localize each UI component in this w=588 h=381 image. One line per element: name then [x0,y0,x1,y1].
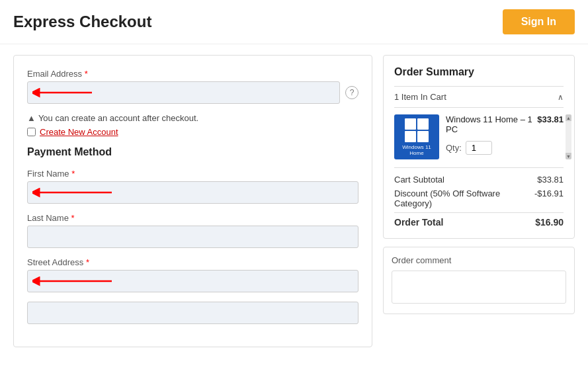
last-name-required-star: * [71,213,75,223]
scroll-down-arrow[interactable]: ▼ [566,153,571,159]
first-name-required-star: * [71,169,75,179]
address2-input[interactable] [27,302,358,324]
left-panel: Email Address * ? [13,55,372,347]
payment-method-title: Payment Method [27,146,358,158]
first-name-input-wrapper [27,181,358,204]
order-comment-label: Order comment [392,255,566,265]
product-price: $33.81 [537,114,564,124]
main-layout: Email Address * ? [0,44,588,358]
street-address-form-group: Street Address * [27,257,358,292]
cart-header: 1 Item In Cart ∧ [394,86,564,108]
create-account-row: Create New Account [27,127,358,137]
email-help-icon[interactable]: ? [345,86,358,99]
page-title: Express Checkout [13,13,151,31]
street-address-input[interactable] [27,270,358,292]
create-account-link[interactable]: Create New Account [40,127,118,137]
street-address-input-wrapper [27,270,358,292]
page-header: Express Checkout Sign In [0,0,588,44]
cart-item-info: Windows 11 Home – 1 PC $33.81 Qty: [446,114,564,159]
email-input[interactable] [27,81,340,104]
product-name: Windows 11 Home – 1 PC [446,114,537,134]
cart-count: 1 Item In Cart [394,92,446,102]
street-required-star: * [86,257,89,267]
first-name-label: First Name * [27,169,358,179]
total-divider [394,212,564,213]
order-total-value: $16.90 [535,217,564,228]
right-panel: Order Summary 1 Item In Cart ∧ Windows 1… [383,55,575,314]
email-input-row: ? [27,81,358,104]
chevron-up-icon[interactable]: ∧ [558,93,564,102]
cart-qty-row: Qty: [446,141,564,155]
cart-items-area: Windows 11Home Windows 11 Home – 1 PC $3… [394,114,564,159]
address2-form-group [27,302,358,324]
subtotal-value: $33.81 [537,175,564,185]
last-name-input[interactable] [27,226,358,248]
order-total-label: Order Total [394,217,443,228]
subtotal-row: Cart Subtotal $33.81 [394,175,564,185]
scroll-track [566,121,571,153]
product-image: Windows 11Home [394,114,439,159]
email-input-wrapper [27,81,340,104]
account-note: ▲ You can create an account after checko… [27,113,358,123]
order-comment-box: Order comment [383,247,575,314]
order-comment-textarea[interactable] [392,271,566,304]
subtotal-label: Cart Subtotal [394,175,444,185]
discount-row: Discount (50% Off Software Category) -$1… [394,189,564,208]
email-label: Email Address * [27,69,358,79]
discount-label: Discount (50% Off Software Category) [394,189,513,208]
order-summary-title: Order Summary [394,66,564,78]
last-name-label: Last Name * [27,213,358,223]
email-form-group: Email Address * ? [27,69,358,104]
qty-label: Qty: [446,143,462,153]
discount-value: -$16.91 [534,189,564,208]
last-name-form-group: Last Name * [27,213,358,248]
windows-logo [405,118,429,142]
caret-icon: ▲ [27,113,36,123]
signin-button[interactable]: Sign In [503,9,575,34]
order-totals: Cart Subtotal $33.81 Discount (50% Off S… [394,167,564,228]
windows-text: Windows 11Home [402,144,431,156]
scrollbar[interactable]: ▲ ▼ [566,114,571,159]
email-required-star: * [85,69,88,79]
create-account-checkbox[interactable] [27,128,36,136]
order-total-row: Order Total $16.90 [394,217,564,228]
qty-input[interactable] [466,141,492,155]
scroll-up-arrow[interactable]: ▲ [566,114,571,121]
order-summary-box: Order Summary 1 Item In Cart ∧ Windows 1… [383,55,575,239]
street-address-label: Street Address * [27,257,358,267]
first-name-input[interactable] [27,181,358,204]
first-name-form-group: First Name * [27,169,358,204]
